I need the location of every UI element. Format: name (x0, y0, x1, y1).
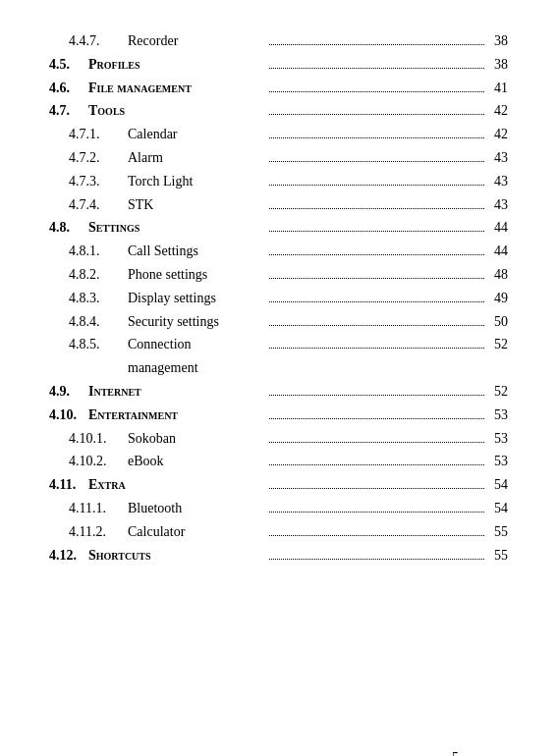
section-num: 4.10. (49, 404, 88, 427)
page-number-ref: 42 (488, 99, 508, 123)
section-title: Recorder (128, 29, 265, 53)
section-title: Phone settings (128, 263, 265, 287)
page-number-ref: 38 (488, 53, 508, 77)
page-number-ref: 43 (488, 193, 508, 217)
dot-leader (269, 278, 485, 279)
page-number-ref: 43 (488, 170, 508, 193)
section-title: Internet (88, 380, 265, 404)
toc-entry: 4.10.1.Sokoban53 (49, 427, 508, 451)
dot-leader (269, 301, 485, 302)
dot-leader (269, 348, 485, 349)
toc-entry: 4.7.Tools42 (49, 99, 508, 123)
section-title: File management (88, 77, 265, 100)
toc-entry: 4.5.Profiles38 (49, 53, 508, 77)
page-number-ref: 55 (488, 520, 508, 544)
section-title: Torch Light (128, 170, 265, 193)
dot-leader (269, 44, 485, 45)
page-number-ref: 54 (488, 473, 508, 497)
section-num: 4.11.1. (49, 497, 128, 520)
section-title: STK (128, 193, 265, 217)
section-num: 4.7.4. (49, 193, 128, 217)
dot-leader (269, 395, 485, 396)
toc-entry: 4.12.Shortcuts55 (49, 544, 508, 567)
toc-entry: 4.7.4.STK43 (49, 193, 508, 217)
section-title: Tools (88, 99, 265, 123)
section-num: 4.11. (49, 473, 88, 497)
section-title: Bluetooth (128, 497, 265, 520)
page-number-ref: 52 (488, 380, 508, 404)
toc-container: 4.4.7.Recorder384.5.Profiles384.6.File m… (49, 29, 508, 567)
toc-entry: 4.10.2.eBook53 (49, 450, 508, 473)
dot-leader (269, 185, 485, 186)
section-num: 4.8.5. (49, 333, 128, 356)
section-num: 4.7.2. (49, 146, 128, 170)
section-title: Extra (88, 473, 265, 497)
toc-entry: 4.7.3.Torch Light43 (49, 170, 508, 193)
dot-leader (269, 512, 485, 513)
section-title: Shortcuts (88, 544, 265, 567)
toc-entry: 4.11.2.Calculator55 (49, 520, 508, 544)
toc-entry: 4.10.Entertainment53 (49, 404, 508, 427)
dot-leader (269, 535, 485, 536)
dot-leader (269, 114, 485, 115)
toc-entry: 4.11.1.Bluetooth54 (49, 497, 508, 520)
page-number-ref: 49 (488, 287, 508, 310)
toc-entry: 4.7.1.Calendar42 (49, 123, 508, 146)
page-number-ref: 38 (488, 29, 508, 53)
toc-entry: 4.11.Extra54 (49, 473, 508, 497)
section-num: 4.10.1. (49, 427, 128, 451)
dot-leader (269, 137, 485, 138)
section-title: Profiles (88, 53, 265, 77)
dot-leader (269, 68, 485, 69)
dot-leader (269, 325, 485, 326)
page-number-ref: 44 (488, 216, 508, 240)
page-number-ref: 44 (488, 240, 508, 263)
page-number-ref: 42 (488, 123, 508, 146)
section-title: Entertainment (88, 404, 265, 427)
toc-entry: 4.8.Settings44 (49, 216, 508, 240)
section-num: 4.9. (49, 380, 88, 404)
dot-leader (269, 464, 485, 465)
page-number-ref: 53 (488, 427, 508, 451)
section-num: 4.5. (49, 53, 88, 77)
dot-leader (269, 559, 485, 560)
section-num: 4.8. (49, 216, 88, 240)
page-number-ref: 48 (488, 263, 508, 287)
section-title: Connection management (128, 333, 265, 380)
section-title: Display settings (128, 287, 265, 310)
page-number-ref: 55 (488, 544, 508, 567)
page-number-ref: 52 (488, 333, 508, 356)
page-number-ref: 43 (488, 146, 508, 170)
section-title: Settings (88, 216, 265, 240)
section-title: Security settings (128, 310, 265, 334)
section-title: Calendar (128, 123, 265, 146)
page-number-ref: 41 (488, 77, 508, 100)
toc-entry: 4.9.Internet52 (49, 380, 508, 404)
page-number-ref: 54 (488, 497, 508, 520)
toc-entry: 4.8.3.Display settings49 (49, 287, 508, 310)
section-num: 4.10.2. (49, 450, 128, 473)
section-num: 4.7. (49, 99, 88, 123)
page-number-ref: 53 (488, 404, 508, 427)
section-num: 4.8.3. (49, 287, 128, 310)
section-num: 4.11.2. (49, 520, 128, 544)
section-title: Alarm (128, 146, 265, 170)
dot-leader (269, 488, 485, 489)
section-num: 4.6. (49, 77, 88, 100)
toc-entry: 4.4.7.Recorder38 (49, 29, 508, 53)
dot-leader (269, 254, 485, 255)
section-num: 4.7.1. (49, 123, 128, 146)
section-title: eBook (128, 450, 265, 473)
section-title: Sokoban (128, 427, 265, 451)
dot-leader (269, 231, 485, 232)
section-num: 4.12. (49, 544, 88, 567)
section-title: Call Settings (128, 240, 265, 263)
section-num: 4.4.7. (49, 29, 128, 53)
dot-leader (269, 91, 485, 92)
dot-leader (269, 442, 485, 443)
dot-leader (269, 208, 485, 209)
toc-entry: 4.8.4.Security settings50 (49, 310, 508, 334)
page-number-ref: 53 (488, 450, 508, 473)
page-number: 5 (452, 750, 459, 756)
section-num: 4.8.1. (49, 240, 128, 263)
